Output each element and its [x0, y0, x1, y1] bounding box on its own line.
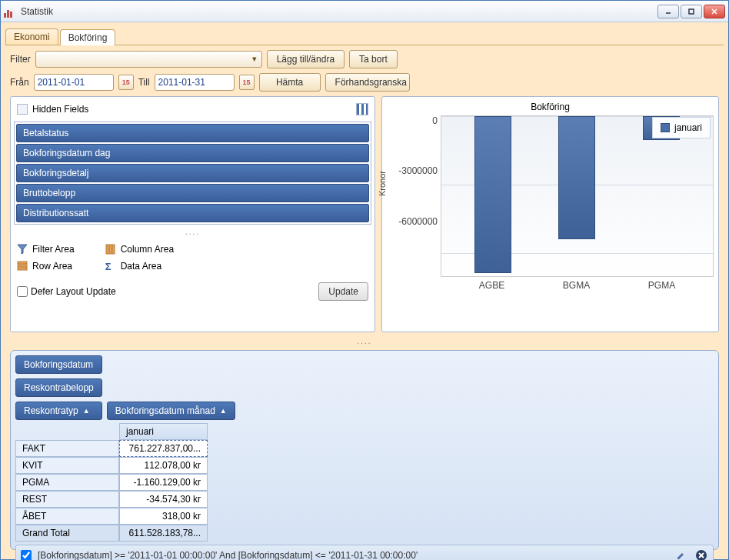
pivot-col-header[interactable]: januari	[119, 423, 208, 440]
defer-layout-checkbox[interactable]: Defer Layout Update	[17, 286, 116, 297]
pivot-cell[interactable]: 318,00 kr	[119, 508, 208, 525]
svg-rect-9	[112, 245, 115, 254]
y-axis: Kronor 0 -3000000 -6000000 x	[387, 115, 441, 277]
row-area-label: Row Area	[17, 261, 75, 272]
pivot-row-axis-chip[interactable]: Reskontratyp▲	[15, 402, 102, 420]
chart-panel: Bokföring Kronor 0 -3000000 -6000000 x	[381, 96, 719, 332]
tab-ekonomi[interactable]: Ekonomi	[5, 28, 58, 45]
preview-button[interactable]: Förhandsgranska	[325, 73, 410, 92]
pivot-row-header[interactable]: FAKT	[15, 440, 119, 457]
from-date-input[interactable]	[34, 74, 114, 91]
pivot-grid-panel: Bokforingsdatum Reskontrabelopp Reskontr…	[10, 350, 719, 550]
hidden-fields-title: Hidden Fields	[32, 104, 88, 115]
funnel-icon	[17, 244, 28, 255]
hidden-fields-header: Hidden Fields	[14, 100, 371, 118]
pivot-row-header[interactable]: KVIT	[15, 457, 119, 474]
svg-rect-6	[18, 268, 27, 270]
to-calendar-icon[interactable]: 15	[239, 75, 255, 90]
filter-expression-text: [Bokforingsdatum] >= '2011-01-01 00:00:0…	[38, 550, 668, 560]
from-label: Från	[10, 77, 29, 88]
chart-title: Bokföring	[387, 102, 714, 112]
filter-label: Filter	[10, 54, 31, 65]
svg-rect-4	[18, 262, 27, 264]
field-item[interactable]: Distributionssatt	[16, 204, 369, 222]
pivot-grand-total-label: Grand Total	[15, 525, 119, 542]
tab-panel-bokforing: Filter Lägg till/ändra Ta bort Från 15 T…	[5, 45, 724, 555]
tab-bokforing[interactable]: Bokföring	[60, 29, 116, 45]
column-area-label: Column Area	[105, 244, 174, 255]
pivot-cell[interactable]: 761.227.837,00...	[119, 440, 208, 457]
columns-icon	[105, 244, 116, 255]
sort-asc-icon: ▲	[220, 407, 227, 415]
sort-asc-icon: ▲	[83, 407, 90, 415]
to-label: Till	[138, 77, 150, 88]
x-axis: AGBE BGMA PGMA	[441, 277, 714, 291]
pivot-data-chip[interactable]: Reskontrabelopp	[15, 378, 102, 397]
content-area: Ekonomi Bokföring Filter Lägg till/ändra…	[1, 22, 728, 559]
layout-toggle-icon[interactable]	[356, 103, 368, 115]
field-item[interactable]: Bruttobelopp	[16, 184, 369, 202]
maximize-button[interactable]	[681, 5, 702, 18]
pivot-cell[interactable]: -34.574,30 kr	[119, 491, 208, 508]
fetch-button[interactable]: Hämta	[259, 73, 321, 92]
svg-rect-8	[109, 245, 112, 254]
pivot-col-axis-chip[interactable]: Bokforingsdatum månad▲	[107, 402, 235, 420]
field-item[interactable]: Bokforingsdetalj	[16, 164, 369, 182]
app-window: Statistik Ekonomi Bokföring Filter Lägg …	[0, 0, 729, 560]
filter-row: Filter Lägg till/ändra Ta bort	[10, 50, 719, 68]
hidden-field-list[interactable]: Betalstatus Bokforingsdatum dag Bokforin…	[14, 122, 371, 225]
svg-rect-7	[106, 245, 108, 254]
pivot-cell[interactable]: 112.078,00 kr	[119, 457, 208, 474]
filter-remove-button[interactable]: Ta bort	[349, 50, 398, 68]
sigma-icon: Σ	[105, 261, 116, 272]
bar-bgma	[558, 116, 595, 239]
field-item[interactable]: Bokforingsdatum dag	[16, 144, 369, 162]
pivot-row-header[interactable]: REST	[15, 491, 119, 508]
from-calendar-icon[interactable]: 15	[118, 75, 134, 90]
window-title: Statistik	[21, 6, 657, 17]
app-icon	[4, 5, 16, 18]
horizontal-splitter[interactable]: ....	[10, 337, 719, 345]
pivot-areas: Filter Area Row Area Column Area ΣData A…	[14, 239, 371, 276]
filter-status-bar: [Bokforingsdatum] >= '2011-01-01 00:00:0…	[15, 545, 714, 560]
svg-rect-5	[18, 265, 27, 267]
legend-swatch	[661, 123, 670, 132]
window-controls	[657, 5, 725, 18]
pivot-row-header[interactable]: PGMA	[15, 474, 119, 491]
close-button[interactable]	[704, 5, 725, 18]
rows-icon	[17, 261, 28, 272]
field-list-panel: Hidden Fields Betalstatus Bokforingsdatu…	[10, 96, 375, 332]
resize-dots[interactable]: ....	[14, 228, 371, 236]
middle-section: Hidden Fields Betalstatus Bokforingsdatu…	[10, 96, 719, 332]
svg-rect-1	[689, 9, 694, 14]
edit-filter-icon[interactable]	[674, 548, 688, 560]
filter-area-label: Filter Area	[17, 244, 75, 255]
filter-enabled-checkbox[interactable]	[21, 550, 32, 560]
to-date-input[interactable]	[155, 74, 235, 91]
clear-filter-icon[interactable]	[694, 548, 708, 560]
filter-combo[interactable]	[35, 51, 262, 68]
chart-legend: januari	[652, 117, 711, 138]
tab-strip: Ekonomi Bokföring	[5, 27, 724, 45]
date-row: Från 15 Till 15 Hämta Förhandsgranska	[10, 73, 719, 92]
chart: Bokföring Kronor 0 -3000000 -6000000 x	[387, 102, 714, 327]
filter-add-edit-button[interactable]: Lägg till/ändra	[267, 50, 345, 68]
chart-plot: Kronor 0 -3000000 -6000000 x	[387, 115, 714, 277]
pivot-cell[interactable]: -1.160.129,00 kr	[119, 474, 208, 491]
legend-label: januari	[674, 122, 702, 133]
data-area-label: ΣData Area	[105, 261, 174, 272]
minimize-button[interactable]	[657, 5, 679, 18]
title-bar: Statistik	[1, 1, 728, 22]
panel-grip-icon	[17, 104, 28, 115]
bars-container	[441, 116, 713, 276]
plot-area	[441, 115, 714, 277]
field-item[interactable]: Betalstatus	[16, 124, 369, 142]
pivot-table: januari FAKT761.227.837,00... KVIT112.07…	[15, 423, 714, 542]
y-axis-label: Kronor	[378, 171, 387, 196]
pivot-row-header[interactable]: ÅBET	[15, 508, 119, 525]
pivot-grand-total-value: 611.528.183,78...	[119, 525, 208, 542]
pivot-filter-chip[interactable]: Bokforingsdatum	[15, 355, 102, 374]
bar-agbe	[474, 116, 511, 273]
layout-action-row: Defer Layout Update Update	[14, 279, 371, 304]
update-button[interactable]: Update	[318, 282, 368, 301]
